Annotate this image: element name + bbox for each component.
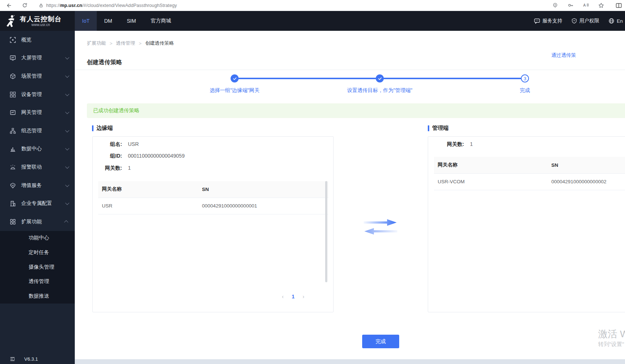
gateway-name-cell: USR-VCOM <box>434 173 548 190</box>
gateway-chart-icon <box>10 110 16 116</box>
location-icon[interactable] <box>550 1 560 10</box>
chevron-down-icon <box>65 128 69 132</box>
pagination-next-icon[interactable]: › <box>302 294 304 299</box>
submenu-item-camera[interactable]: 摄像头管理 <box>0 260 75 275</box>
step1-circle <box>231 74 239 82</box>
device-grid-icon <box>10 91 16 98</box>
gateway-name-cell: USR <box>98 198 198 214</box>
manage-card: 网关数: 1 网关名称 SN USR-VCOM 0000429100000000… <box>428 136 625 312</box>
step-line-1 <box>239 78 376 79</box>
globe-icon <box>609 18 614 24</box>
favorite-star-icon[interactable] <box>596 1 606 10</box>
horizontal-scrollbar[interactable] <box>75 359 625 364</box>
tab-dm[interactable]: DM <box>97 11 120 31</box>
chat-bubble-icon <box>534 18 540 24</box>
collapse-sidebar-icon[interactable] <box>10 356 15 362</box>
sidebar-item-value-added[interactable]: 增值服务 <box>0 176 75 195</box>
chevron-down-icon <box>65 92 69 96</box>
table-scrollbar[interactable] <box>325 181 327 282</box>
tab-sim[interactable]: SIM <box>120 11 143 31</box>
read-aloud-icon[interactable]: A <box>581 1 591 10</box>
main-nav-tabs: IoT DM SIM 官方商城 <box>75 11 179 31</box>
group-id-value: 00011000000000049059 <box>128 153 185 159</box>
extend-submenu: 功能中心 定时任务 摄像头管理 透传管理 数据推送 <box>0 231 75 304</box>
pagination-prev-icon[interactable]: ‹ <box>282 294 284 299</box>
top-navbar: 有人云控制台 www.usr.cn IoT DM SIM 官方商城 服务支持 用… <box>0 11 625 31</box>
sidebar-item-device[interactable]: 设备管理 <box>0 85 75 104</box>
sidebar-item-gateway[interactable]: 网关管理 <box>0 103 75 122</box>
windows-activation-watermark-line2: 转到"设置" <box>598 341 624 348</box>
user-permission[interactable]: 用户权限 <box>571 18 599 24</box>
submenu-item-passthrough[interactable]: 透传管理 <box>0 274 75 289</box>
logo[interactable]: 有人云控制台 www.usr.cn <box>0 11 75 31</box>
step1-label: 选择一组"边缘端"网关 <box>176 87 293 94</box>
check-icon <box>233 77 237 81</box>
chevron-down-icon <box>65 183 69 187</box>
shield-icon <box>571 18 577 24</box>
tab-iot[interactable]: IoT <box>75 11 97 31</box>
column-header-gateway-name: 网关名称 <box>98 181 198 198</box>
manage-section-title: 管理端 <box>428 125 449 132</box>
language-switch[interactable]: En <box>609 18 623 24</box>
chevron-down-icon <box>65 55 69 59</box>
table-row[interactable]: USR 00004291000000000001 <box>98 198 328 214</box>
refresh-icon[interactable] <box>20 1 29 10</box>
sidebar-item-scene[interactable]: 场景管理 <box>0 67 75 85</box>
sidebar-item-overview[interactable]: 概览 <box>0 31 75 49</box>
split-screen-icon[interactable] <box>614 1 624 10</box>
sidebar-item-datacenter[interactable]: 数据中心 <box>0 140 75 158</box>
chevron-down-icon <box>65 146 69 150</box>
logo-subtitle: www.usr.cn <box>20 23 62 27</box>
breadcrumb-extend[interactable]: 扩展功能 <box>87 40 106 47</box>
url-text: https://mp.usr.cn/#/cloud/extend/ViewAdd… <box>46 3 177 8</box>
column-header-gateway-name: 网关名称 <box>434 157 548 173</box>
finish-button[interactable]: 完成 <box>362 335 399 348</box>
table-row[interactable]: USR-VCOM 00004291000000000002 <box>434 173 625 190</box>
sidebar: 概览 大屏管理 场景管理 设备管理 网关管理 <box>0 31 75 364</box>
manage-gateway-count-value: 1 <box>470 141 473 148</box>
sidebar-item-configuration[interactable]: 组态管理 <box>0 122 75 140</box>
breadcrumb-current: 创建透传策略 <box>145 40 174 47</box>
manage-gateway-count-label: 网关数: <box>431 141 464 148</box>
group-name-value: USR <box>128 141 139 148</box>
sidebar-item-enterprise[interactable]: 企业专属配置 <box>0 194 75 213</box>
column-header-sn: SN <box>548 157 625 173</box>
sn-cell: 00004291000000000001 <box>198 198 328 214</box>
back-icon[interactable] <box>4 1 13 10</box>
hexagon-scene-icon <box>10 73 16 79</box>
apps-grid-icon <box>10 218 16 225</box>
sidebar-item-bigscreen[interactable]: 大屏管理 <box>0 49 75 67</box>
service-support[interactable]: 服务支持 <box>534 18 562 24</box>
passwords-key-icon[interactable] <box>566 1 575 10</box>
tab-mall[interactable]: 官方商城 <box>143 11 179 31</box>
check-icon <box>378 77 382 81</box>
breadcrumb-passthrough[interactable]: 透传管理 <box>116 40 135 47</box>
usr-person-logo-icon <box>6 15 17 27</box>
success-alert: 已成功创建透传策略 <box>87 103 625 118</box>
submenu-item-data-push[interactable]: 数据推送 <box>0 289 75 304</box>
pagination-page-1[interactable]: 1 <box>292 294 295 299</box>
address-bar[interactable]: https://mp.usr.cn/#/cloud/extend/ViewAdd… <box>39 1 550 10</box>
submenu-item-function-center[interactable]: 功能中心 <box>0 231 75 246</box>
main-content: 扩展功能 > 透传管理 > 创建透传策略 通过透传策 创建透传策略 3 选择一组… <box>75 31 625 364</box>
group-name-label: 组名: <box>96 141 122 148</box>
overview-icon <box>10 37 16 43</box>
sidebar-item-alarm[interactable]: 报警联动 <box>0 158 75 176</box>
manage-gateway-table: 网关名称 SN USR-VCOM 00004291000000000002 <box>434 157 625 190</box>
edge-card: 组名: USR 组ID: 00011000000000049059 网关数: 1… <box>92 136 334 312</box>
bar-chart-icon <box>10 146 16 152</box>
logo-title: 有人云控制台 <box>20 15 62 23</box>
section-accent-bar <box>92 125 93 131</box>
via-passthrough-link[interactable]: 通过透传策 <box>551 52 576 59</box>
section-accent-bar <box>428 125 429 131</box>
step2-circle <box>376 74 384 82</box>
building-icon <box>10 201 16 207</box>
browser-chrome: https://mp.usr.cn/#/cloud/extend/ViewAdd… <box>0 0 625 11</box>
step-line-2 <box>384 78 521 79</box>
gem-shield-icon <box>10 182 16 188</box>
submenu-item-timed-task[interactable]: 定时任务 <box>0 245 75 260</box>
group-id-label: 组ID: <box>96 153 122 159</box>
svg-text:A: A <box>583 3 586 7</box>
step3-circle: 3 <box>521 74 529 82</box>
sidebar-item-extend[interactable]: 扩展功能 <box>0 213 75 231</box>
